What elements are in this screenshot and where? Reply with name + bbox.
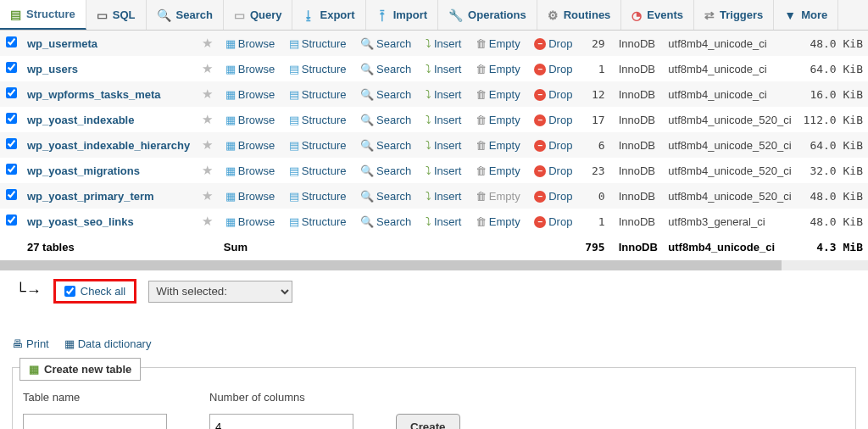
empty-action[interactable]: 🗑Empty	[474, 114, 522, 126]
browse-action[interactable]: ▦Browse	[224, 139, 276, 152]
data-dictionary-link[interactable]: ▦Data dictionary	[64, 337, 152, 350]
check-all-checkbox[interactable]	[64, 286, 75, 297]
drop-action[interactable]: – Drop	[532, 190, 574, 203]
structure-action[interactable]: ▤Structure	[287, 114, 348, 126]
collation-cell: utf8mb4_unicode_ci	[663, 81, 798, 107]
table-name-cell[interactable]: wp_usermeta	[22, 31, 197, 56]
tab-more[interactable]: ▼More	[774, 0, 838, 30]
create-button[interactable]: Create	[396, 414, 460, 429]
row-checkbox[interactable]	[6, 36, 17, 47]
table-name-cell[interactable]: wp_yoast_primary_term	[22, 183, 197, 209]
search-action[interactable]: 🔍Search	[359, 139, 413, 152]
search-action[interactable]: 🔍Search	[359, 37, 413, 50]
search-action[interactable]: 🔍Search	[359, 164, 413, 177]
horizontal-scrollbar[interactable]	[0, 260, 868, 270]
engine-cell: InnoDB	[614, 183, 664, 209]
table-name-cell[interactable]: wp_wpforms_tasks_meta	[22, 81, 197, 107]
favorite-star-icon[interactable]: ★	[202, 86, 213, 101]
table-name-cell[interactable]: wp_yoast_seo_links	[22, 209, 197, 234]
drop-action[interactable]: – Drop	[532, 88, 574, 101]
drop-action[interactable]: – Drop	[532, 164, 574, 177]
browse-action[interactable]: ▦Browse	[224, 37, 276, 50]
tab-structure[interactable]: ▤Structure	[0, 0, 86, 30]
import-icon: ⭱	[376, 8, 388, 22]
structure-action[interactable]: ▤Structure	[287, 88, 348, 101]
favorite-star-icon[interactable]: ★	[202, 163, 213, 177]
table-name-cell[interactable]: wp_yoast_indexable	[22, 107, 197, 132]
row-checkbox[interactable]	[6, 214, 17, 226]
empty-action[interactable]: 🗑Empty	[474, 139, 522, 152]
search-action[interactable]: 🔍Search	[359, 114, 413, 126]
browse-action[interactable]: ▦Browse	[224, 88, 276, 101]
drop-action[interactable]: – Drop	[532, 114, 574, 126]
row-checkbox[interactable]	[6, 62, 17, 73]
insert-action[interactable]: ⤵Insert	[424, 114, 464, 126]
tab-operations[interactable]: 🔧Operations	[438, 0, 537, 30]
structure-action[interactable]: ▤Structure	[287, 190, 348, 203]
empty-action[interactable]: 🗑Empty	[474, 190, 522, 203]
favorite-star-icon[interactable]: ★	[202, 36, 213, 50]
insert-action[interactable]: ⤵Insert	[424, 164, 464, 177]
insert-action[interactable]: ⤵Insert	[424, 63, 464, 75]
search-action[interactable]: 🔍Search	[359, 88, 413, 101]
row-checkbox[interactable]	[6, 164, 17, 175]
create-table-fieldset: ▦ Create new table Table name Number of …	[12, 367, 856, 429]
tab-events[interactable]: ◔Events	[621, 0, 694, 30]
favorite-star-icon[interactable]: ★	[202, 214, 213, 228]
structure-action[interactable]: ▤Structure	[287, 37, 348, 50]
favorite-star-icon[interactable]: ★	[202, 112, 213, 126]
create-table-legend: ▦ Create new table	[19, 358, 141, 381]
print-link[interactable]: 🖶Print	[12, 337, 49, 350]
table-name-input[interactable]	[23, 414, 167, 429]
row-checkbox[interactable]	[6, 138, 17, 149]
with-selected-dropdown[interactable]: With selected:	[148, 281, 292, 303]
empty-action[interactable]: 🗑Empty	[474, 215, 522, 228]
table-name-cell[interactable]: wp_yoast_migrations	[22, 158, 197, 183]
favorite-star-icon[interactable]: ★	[202, 188, 213, 203]
table-name-cell[interactable]: wp_yoast_indexable_hierarchy	[22, 132, 197, 158]
insert-action[interactable]: ⤵Insert	[424, 37, 464, 50]
favorite-star-icon[interactable]: ★	[202, 137, 213, 152]
tab-sql[interactable]: ▭SQL	[86, 0, 147, 30]
drop-icon: –	[534, 89, 546, 101]
row-checkbox[interactable]	[6, 189, 17, 200]
num-columns-input[interactable]	[209, 414, 353, 429]
table-name-cell[interactable]: wp_users	[22, 56, 197, 81]
insert-action[interactable]: ⤵Insert	[424, 139, 464, 152]
browse-action[interactable]: ▦Browse	[224, 190, 276, 203]
insert-action[interactable]: ⤵Insert	[424, 190, 464, 203]
drop-action[interactable]: – Drop	[532, 215, 574, 228]
structure-action[interactable]: ▤Structure	[287, 139, 348, 152]
table-row: wp_usermeta★▦Browse▤Structure🔍Search⤵Ins…	[0, 31, 868, 56]
drop-action[interactable]: – Drop	[532, 139, 574, 152]
drop-action[interactable]: – Drop	[532, 63, 574, 75]
search-action[interactable]: 🔍Search	[359, 215, 413, 228]
tab-search[interactable]: 🔍Search	[147, 0, 224, 30]
structure-action[interactable]: ▤Structure	[287, 63, 348, 75]
row-checkbox[interactable]	[6, 87, 17, 98]
structure-action[interactable]: ▤Structure	[287, 215, 348, 228]
browse-action[interactable]: ▦Browse	[224, 164, 276, 177]
search-action[interactable]: 🔍Search	[359, 63, 413, 75]
tab-query[interactable]: ▭Query	[224, 0, 293, 30]
row-checkbox[interactable]	[6, 113, 17, 124]
tab-import[interactable]: ⭱Import	[366, 0, 438, 30]
drop-action[interactable]: – Drop	[532, 37, 574, 50]
search-action[interactable]: 🔍Search	[359, 190, 413, 203]
empty-action[interactable]: 🗑Empty	[474, 63, 522, 75]
empty-action[interactable]: 🗑Empty	[474, 164, 522, 177]
structure-action[interactable]: ▤Structure	[287, 164, 348, 177]
size-cell: 48.0 KiB	[798, 209, 868, 234]
tab-triggers[interactable]: ⇄Triggers	[694, 0, 774, 30]
browse-action[interactable]: ▦Browse	[224, 63, 276, 75]
insert-action[interactable]: ⤵Insert	[424, 88, 464, 101]
row-count: 17	[580, 107, 614, 132]
empty-action[interactable]: 🗑Empty	[474, 37, 522, 50]
tab-export[interactable]: ⭳Export	[292, 0, 365, 30]
favorite-star-icon[interactable]: ★	[202, 61, 213, 75]
tab-routines[interactable]: ⚙Routines	[537, 0, 622, 30]
insert-action[interactable]: ⤵Insert	[424, 215, 464, 228]
browse-action[interactable]: ▦Browse	[224, 114, 276, 126]
empty-action[interactable]: 🗑Empty	[474, 88, 522, 101]
browse-action[interactable]: ▦Browse	[224, 215, 276, 228]
